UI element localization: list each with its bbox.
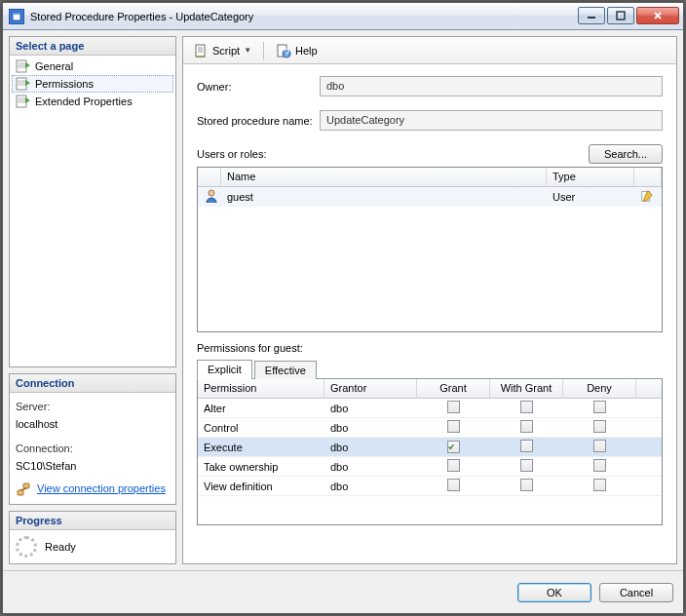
spname-field: UpdateCategory <box>320 110 663 131</box>
perm-deny-cell <box>563 477 636 495</box>
connection-panel: Connection Server: localhost Connection:… <box>9 373 176 505</box>
minimize-button[interactable] <box>578 7 605 24</box>
perm-withgrant-cell <box>490 418 563 437</box>
checkbox[interactable] <box>593 440 606 452</box>
perm-deny-cell <box>563 418 636 437</box>
perm-name: Execute <box>198 440 324 455</box>
perm-grantor: dbo <box>324 401 417 416</box>
checkbox[interactable] <box>447 479 460 491</box>
titlebar[interactable]: Stored Procedure Properties - UpdateCate… <box>3 3 683 30</box>
checkbox[interactable] <box>447 459 460 472</box>
perm-col-withgrant[interactable]: With Grant <box>490 379 563 398</box>
perm-grant-cell <box>417 418 490 437</box>
permissions-grid-header: Permission Grantor Grant With Grant Deny <box>198 379 662 399</box>
checkbox[interactable] <box>593 479 606 491</box>
progress-body: Ready <box>10 530 175 563</box>
checkbox[interactable] <box>520 440 533 452</box>
tab-explicit[interactable]: Explicit <box>197 360 252 379</box>
checkbox[interactable] <box>520 479 533 491</box>
checkbox[interactable] <box>593 420 606 433</box>
perm-grantor: dbo <box>324 479 417 494</box>
server-value: localhost <box>16 416 170 434</box>
users-col-name[interactable]: Name <box>221 168 547 186</box>
users-col-type[interactable]: Type <box>547 168 634 186</box>
window: Stored Procedure Properties - UpdateCate… <box>2 2 684 614</box>
view-connection-link[interactable]: View connection properties <box>16 481 170 498</box>
checkbox[interactable] <box>520 420 533 433</box>
checkbox[interactable] <box>593 459 606 472</box>
select-page-header: Select a page <box>10 37 175 56</box>
users-grid[interactable]: Name Type guestUser <box>197 167 663 332</box>
help-label: Help <box>295 45 318 57</box>
checkbox[interactable] <box>520 459 533 472</box>
checkbox[interactable] <box>447 401 460 413</box>
tab-effective[interactable]: Effective <box>254 361 317 379</box>
users-col-action[interactable] <box>634 168 662 186</box>
perm-col-grantor[interactable]: Grantor <box>324 379 417 398</box>
perm-withgrant-cell <box>490 438 563 456</box>
checkbox[interactable] <box>447 441 460 453</box>
maximize-button[interactable] <box>607 7 634 24</box>
page-label: Extended Properties <box>35 96 133 107</box>
view-connection-link-text[interactable]: View connection properties <box>37 481 166 498</box>
svg-rect-8 <box>23 483 29 488</box>
page-label: General <box>35 60 73 72</box>
page-permissions[interactable]: Permissions <box>12 75 173 93</box>
left-panel: Select a page General Permissions Extend… <box>9 36 176 564</box>
permission-row[interactable]: Alterdbo <box>198 399 662 418</box>
close-button[interactable] <box>636 7 679 24</box>
page-icon <box>16 77 31 91</box>
perm-withgrant-cell <box>490 477 563 495</box>
permission-row[interactable]: Take ownershipdbo <box>198 457 662 477</box>
users-header-row: Users or roles: Search... <box>197 144 663 164</box>
perm-col-permission[interactable]: Permission <box>198 379 324 398</box>
user-icon <box>198 186 221 208</box>
cancel-button[interactable]: Cancel <box>599 583 673 602</box>
permissions-grid[interactable]: Permission Grantor Grant With Grant Deny… <box>197 379 663 525</box>
select-page-panel: Select a page General Permissions Extend… <box>9 36 176 367</box>
perm-name: Take ownership <box>198 459 324 475</box>
search-button[interactable]: Search... <box>589 144 663 164</box>
help-button[interactable]: ? Help <box>272 41 322 60</box>
users-grid-header: Name Type <box>198 168 662 187</box>
svg-rect-3 <box>617 12 625 19</box>
body: Select a page General Permissions Extend… <box>3 30 683 570</box>
permissions-label: Permissions for guest: <box>197 342 663 354</box>
script-button[interactable]: Script ▼ <box>189 41 255 60</box>
perm-grant-cell <box>417 439 490 455</box>
progress-header: Progress <box>10 512 175 530</box>
script-icon <box>193 43 209 58</box>
permission-row[interactable]: Controldbo <box>198 418 662 438</box>
checkbox[interactable] <box>447 420 460 433</box>
toolbar: Script ▼ ? Help <box>183 37 676 64</box>
checkbox[interactable] <box>520 401 533 413</box>
spname-label: Stored procedure name: <box>197 115 320 127</box>
user-edit-icon[interactable] <box>634 187 662 207</box>
script-label: Script <box>212 45 240 57</box>
connection-value: SC10\Stefan <box>16 458 170 476</box>
users-col-icon[interactable] <box>198 168 221 186</box>
user-type: User <box>547 189 634 205</box>
perm-name: View definition <box>198 479 324 494</box>
perm-col-deny[interactable]: Deny <box>563 379 636 398</box>
ok-button[interactable]: OK <box>517 583 591 602</box>
svg-rect-1 <box>13 13 20 15</box>
users-row[interactable]: guestUser <box>198 187 662 207</box>
perm-col-grant[interactable]: Grant <box>417 379 490 398</box>
perm-grantor: dbo <box>324 440 417 455</box>
svg-point-13 <box>209 190 214 196</box>
page-general[interactable]: General <box>12 58 173 75</box>
perm-withgrant-cell <box>490 399 563 417</box>
permission-row[interactable]: Executedbo <box>198 438 662 457</box>
owner-row: Owner: dbo <box>197 76 663 96</box>
connection-header: Connection <box>10 374 175 393</box>
page-extended-properties[interactable]: Extended Properties <box>12 93 173 110</box>
permission-row[interactable]: View definitiondbo <box>198 477 662 496</box>
connection-icon <box>16 481 31 497</box>
toolbar-separator <box>263 42 264 59</box>
owner-label: Owner: <box>197 81 320 93</box>
spname-row: Stored procedure name: UpdateCategory <box>197 110 663 131</box>
perm-grant-cell <box>417 477 490 495</box>
checkbox[interactable] <box>593 401 606 413</box>
user-name: guest <box>221 189 547 205</box>
